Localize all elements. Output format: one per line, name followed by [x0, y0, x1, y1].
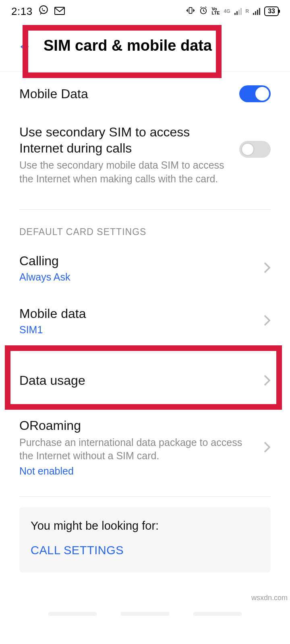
mobile-data-default-value: SIM1 [19, 324, 257, 336]
chevron-right-icon [263, 262, 271, 274]
calling-value: Always Ask [19, 271, 257, 283]
nav-bar-shadow [0, 607, 290, 644]
svg-rect-2 [189, 7, 192, 13]
gmail-icon [54, 5, 65, 18]
oroaming-label: ORoaming [19, 417, 257, 433]
page-title: SIM card & mobile data [44, 37, 212, 54]
svg-rect-1 [55, 7, 64, 14]
volte-icon: VoLTE [212, 7, 220, 15]
status-left: 2:13 [11, 5, 65, 18]
chevron-right-icon [263, 441, 271, 453]
watermark: wsxdn.com [251, 594, 288, 602]
svg-point-0 [39, 6, 48, 13]
row-calling[interactable]: Calling Always Ask [19, 242, 271, 294]
suggestion-title: You might be looking for: [31, 519, 259, 533]
oroaming-desc: Purchase an international data package t… [19, 436, 257, 463]
status-clock: 2:13 [11, 5, 33, 18]
row-oroaming[interactable]: ORoaming Purchase an international data … [19, 408, 271, 489]
mobile-data-default-label: Mobile data [19, 305, 257, 322]
mobile-data-label: Mobile Data [19, 86, 233, 102]
secondary-sim-toggle[interactable] [239, 141, 271, 158]
default-card-heading: DEFAULT CARD SETTINGS [19, 210, 271, 242]
oroaming-value: Not enabled [19, 465, 257, 477]
roaming-indicator: R [246, 8, 249, 14]
vibrate-icon [186, 6, 195, 17]
signal-2-icon [253, 8, 260, 15]
call-settings-link[interactable]: CALL SETTINGS [31, 544, 259, 557]
row-data-usage[interactable]: Data usage [19, 353, 271, 408]
chevron-right-icon [263, 314, 271, 326]
divider [19, 496, 271, 497]
calling-label: Calling [19, 253, 257, 269]
alarm-icon [199, 6, 208, 17]
whatsapp-icon [38, 5, 49, 18]
chevron-right-icon [263, 374, 271, 386]
row-secondary-sim[interactable]: Use secondary SIM to access Internet dur… [19, 116, 271, 202]
row-mobile-data[interactable]: Mobile Data [19, 72, 271, 116]
back-arrow-icon[interactable]: ← [18, 39, 31, 53]
status-bar: 2:13 VoLTE 4G R 33 [0, 0, 290, 23]
mobile-data-toggle[interactable] [239, 85, 271, 102]
row-mobile-data-default[interactable]: Mobile data SIM1 [19, 294, 271, 347]
page-header: ← SIM card & mobile data [0, 23, 290, 72]
secondary-sim-desc: Use the secondary mobile data SIM to acc… [19, 159, 233, 186]
secondary-sim-label: Use secondary SIM to access Internet dur… [19, 124, 233, 156]
status-right: VoLTE 4G R 33 [186, 6, 279, 17]
signal-1-icon [234, 8, 242, 15]
data-usage-label: Data usage [19, 372, 257, 388]
net-4g-icon: 4G [224, 8, 230, 14]
battery-icon: 33 [264, 6, 279, 16]
suggestion-card: You might be looking for: CALL SETTINGS [19, 507, 271, 572]
